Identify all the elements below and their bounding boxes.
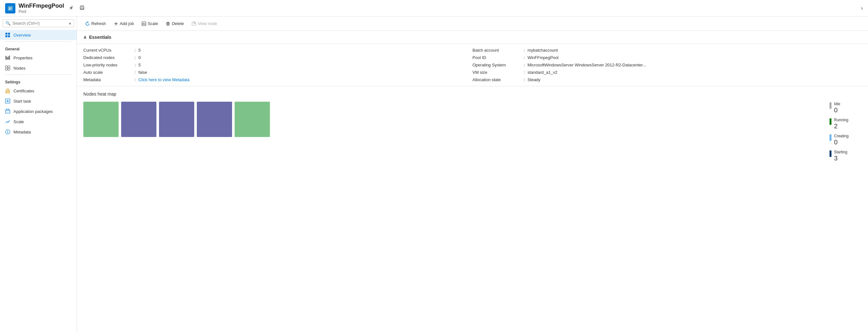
legend-info-idle: Idle 0	[834, 102, 840, 114]
sidebar-divider-settings	[5, 75, 71, 75]
sidebar-item-application-packages-label: Application packages	[13, 109, 53, 114]
svg-rect-11	[6, 56, 7, 60]
heatmap-node-4[interactable]	[235, 102, 270, 137]
close-button[interactable]: ›	[861, 5, 863, 11]
sidebar-item-scale[interactable]: Scale	[0, 116, 76, 127]
svg-rect-7	[8, 33, 10, 35]
essentials-label-vmsize: VM size	[472, 70, 524, 75]
essentials-value-pool-id: WinFFmpegPool	[528, 55, 559, 60]
sidebar-item-application-packages[interactable]: Application packages	[0, 106, 76, 116]
app-icon	[5, 3, 16, 13]
essentials-label-batch-account: Batch account	[472, 48, 524, 53]
view-node-button[interactable]: View node	[188, 19, 220, 28]
essentials-label-lowpriority: Low-priority nodes	[83, 62, 135, 67]
print-button[interactable]	[78, 4, 86, 13]
sidebar-item-nodes[interactable]: Nodes	[0, 63, 76, 73]
sidebar-section-general: General	[0, 43, 76, 53]
sidebar-item-certificates[interactable]: Certificates	[0, 86, 76, 96]
essentials-row-autoscale: Auto scale : false	[83, 70, 472, 75]
essentials-label-allocation: Allocation state	[472, 77, 524, 82]
sidebar-item-overview-label: Overview	[13, 33, 31, 37]
legend-count-running: 2	[834, 122, 848, 130]
essentials-value-autoscale: false	[138, 70, 147, 75]
essentials-value-allocation: Steady	[528, 77, 540, 82]
svg-rect-8	[5, 35, 7, 37]
essentials-label-metadata: Metadata	[83, 77, 135, 82]
toolbar: Refresh Add job Scale Delete View node	[77, 17, 868, 31]
sidebar-item-properties-label: Properties	[13, 55, 32, 60]
essentials-value-os: MicrosoftWindowsServer WindowsServer 201…	[528, 62, 646, 67]
search-box[interactable]: 🔍 «	[3, 19, 74, 27]
sidebar-item-scale-label: Scale	[13, 119, 24, 124]
essentials-row-vmsize: VM size : standard_a1_v2	[472, 70, 862, 75]
sidebar-item-start-task-label: Start task	[13, 99, 31, 104]
heatmap-container: Idle 0 Running 2	[83, 102, 862, 162]
legend-info-running: Running 2	[834, 118, 848, 130]
svg-rect-18	[8, 68, 10, 70]
search-input[interactable]	[12, 21, 67, 26]
svg-rect-1	[9, 8, 12, 8]
svg-rect-23	[6, 109, 9, 110]
pin-button[interactable]	[67, 4, 75, 13]
legend-info-starting: Starting 3	[834, 150, 847, 162]
legend-bar-running	[830, 118, 832, 125]
essentials-row-os: Operating System : MicrosoftWindowsServe…	[472, 62, 862, 67]
heatmap-node-2[interactable]	[159, 102, 194, 137]
essentials-value-dedicated: 0	[138, 55, 141, 60]
essentials-header[interactable]: ∧ Essentials	[77, 31, 868, 44]
essentials-right-col: Batch account : mybatchaccount Pool ID :…	[472, 48, 862, 82]
legend-count-creating: 0	[834, 138, 848, 146]
essentials-row-batch-account: Batch account : mybatchaccount	[472, 48, 862, 53]
search-icon: 🔍	[5, 21, 10, 26]
refresh-button[interactable]: Refresh	[82, 19, 109, 28]
sidebar: 🔍 « Overview General Properties Nodes Se…	[0, 17, 77, 333]
heatmap-node-1[interactable]	[121, 102, 156, 137]
essentials-chevron-icon: ∧	[83, 35, 87, 40]
legend-bar-starting	[830, 150, 832, 157]
essentials-row-lowpriority: Low-priority nodes : 5	[83, 62, 472, 67]
heatmap-nodes	[83, 102, 270, 137]
delete-button[interactable]: Delete	[162, 19, 187, 28]
legend-label-creating: Creating	[834, 134, 848, 138]
collapse-button[interactable]: «	[69, 21, 71, 26]
sidebar-item-nodes-label: Nodes	[13, 66, 26, 71]
svg-rect-13	[8, 56, 9, 60]
main-content: Refresh Add job Scale Delete View node	[77, 17, 868, 333]
svg-point-20	[6, 89, 9, 91]
add-job-label: Add job	[120, 21, 134, 26]
svg-rect-9	[8, 35, 10, 37]
scale-button[interactable]: Scale	[138, 19, 161, 28]
page-title: WinFFmpegPool	[19, 3, 64, 9]
legend-info-creating: Creating 0	[834, 134, 848, 146]
essentials-row-metadata: Metadata : Click here to view Metadata	[83, 77, 472, 82]
heatmap-node-0[interactable]	[83, 102, 119, 137]
svg-rect-15	[5, 66, 7, 68]
heatmap-node-3[interactable]	[197, 102, 232, 137]
sidebar-item-start-task[interactable]: Start task	[0, 96, 76, 106]
essentials-label-pool-id: Pool ID	[472, 55, 524, 60]
essentials-label-vcpus: Current vCPUs	[83, 48, 135, 53]
legend-label-idle: Idle	[834, 102, 840, 106]
top-header: WinFFmpegPool Pool ›	[0, 0, 868, 17]
essentials-value-vmsize: standard_a1_v2	[528, 70, 557, 75]
essentials-row-pool-id: Pool ID : WinFFmpegPool	[472, 55, 862, 60]
sidebar-divider-general	[5, 41, 71, 42]
add-job-button[interactable]: Add job	[111, 19, 137, 28]
svg-rect-2	[9, 9, 11, 10]
heatmap-section: Nodes heat map Idle	[77, 86, 868, 167]
heatmap-legend: Idle 0 Running 2	[830, 102, 862, 162]
legend-count-starting: 3	[834, 154, 847, 162]
delete-label: Delete	[172, 21, 184, 26]
sidebar-item-overview[interactable]: Overview	[0, 30, 76, 40]
sidebar-item-properties[interactable]: Properties	[0, 53, 76, 63]
essentials-value-metadata-link[interactable]: Click here to view Metadata	[138, 77, 190, 82]
svg-rect-12	[7, 57, 8, 60]
essentials-value-lowpriority: 5	[138, 62, 141, 67]
sidebar-item-metadata[interactable]: Metadata	[0, 127, 76, 137]
essentials-label-autoscale: Auto scale	[83, 70, 135, 75]
svg-rect-16	[8, 66, 10, 68]
essentials-label-dedicated: Dedicated nodes	[83, 55, 135, 60]
main-layout: 🔍 « Overview General Properties Nodes Se…	[0, 17, 868, 333]
legend-label-running: Running	[834, 118, 848, 122]
heatmap-title: Nodes heat map	[83, 91, 862, 96]
